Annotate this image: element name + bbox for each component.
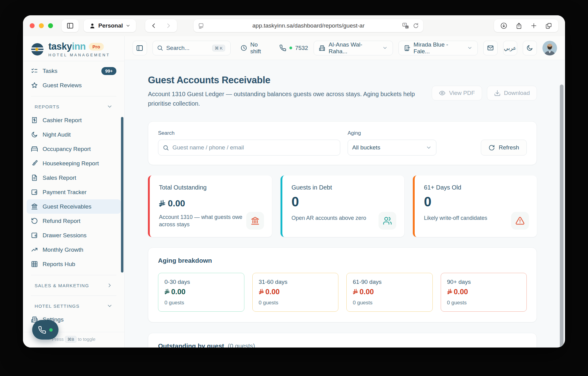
sidebar-item-guest-receivables[interactable]: Guest Receivables bbox=[27, 199, 121, 214]
phone-icon bbox=[279, 44, 286, 51]
bucket-31-60: 31-60 days 0.00 0 guests bbox=[252, 273, 339, 312]
brand-tagline: HOTEL MANAGEMENT bbox=[48, 53, 110, 57]
section-sales-marketing[interactable]: SALES & MARKETING bbox=[27, 279, 121, 292]
close-window-button[interactable] bbox=[30, 23, 35, 28]
mail-icon bbox=[487, 44, 494, 51]
brand: taskyinn Pro HOTEL MANAGEMENT bbox=[23, 36, 124, 61]
section-hotel-settings[interactable]: HOTEL SETTINGS bbox=[27, 299, 121, 312]
page-subtitle: Account 1310 Guest Ledger — outstanding … bbox=[148, 89, 432, 108]
wallet-icon bbox=[31, 189, 38, 196]
sidebar-item-tasks[interactable]: Tasks 99+ bbox=[27, 64, 121, 78]
brand-name: taskyinn bbox=[48, 41, 86, 52]
sidebar-item-housekeeping-report[interactable]: Housekeeping Report bbox=[27, 156, 121, 171]
aging-breakdown-panel: Aging breakdown 0-30 days 0.00 0 guests … bbox=[148, 247, 537, 322]
view-pdf-button[interactable]: View PDF bbox=[432, 86, 482, 100]
back-icon[interactable] bbox=[150, 22, 157, 29]
download-button[interactable]: Download bbox=[487, 86, 537, 100]
shortcut-key: ⌘B bbox=[65, 336, 77, 343]
new-tab-icon[interactable] bbox=[530, 22, 537, 29]
history-nav bbox=[145, 19, 177, 32]
bucket-90-plus: 90+ days 0.00 0 guests bbox=[441, 273, 527, 312]
saudi-riyal-icon bbox=[164, 289, 170, 295]
dark-mode-button[interactable] bbox=[523, 41, 537, 55]
sidebar-item-payment-tracker[interactable]: Payment Tracker bbox=[27, 185, 121, 199]
bank-icon bbox=[251, 216, 260, 225]
wallet-icon bbox=[31, 232, 38, 239]
divider bbox=[31, 96, 116, 96]
address-bar[interactable]: app.taskyinn.sa/dashboard/reports/guest-… bbox=[194, 19, 423, 32]
search-icon bbox=[163, 145, 169, 151]
page-content: Guest Accounts Receivable Account 1310 G… bbox=[125, 60, 565, 348]
sidebar-item-sales-report[interactable]: Sales Report bbox=[27, 171, 121, 185]
rotate-ccw-icon bbox=[31, 217, 38, 224]
browser-actions bbox=[494, 19, 558, 32]
aging-select[interactable]: All buckets bbox=[348, 140, 436, 156]
sidebar-item-guest-reviews[interactable]: Guest Reviews bbox=[27, 78, 121, 92]
divider bbox=[31, 275, 116, 275]
bucket-0-30: 0-30 days 0.00 0 guests bbox=[158, 273, 244, 312]
forward-icon[interactable] bbox=[165, 22, 172, 29]
online-dot bbox=[49, 328, 53, 332]
browser-sidebar-toggle[interactable] bbox=[62, 19, 79, 32]
sidebar-item-drawer-sessions[interactable]: Drawer Sessions bbox=[27, 228, 121, 243]
sidebar-item-cashier-report[interactable]: Cashier Report bbox=[27, 113, 121, 127]
sidebar-item-refund-report[interactable]: Refund Report bbox=[27, 214, 121, 228]
download-icon bbox=[494, 90, 501, 96]
search-shortcut: ⌘ K bbox=[212, 45, 225, 51]
person-icon bbox=[89, 23, 96, 29]
card-61-days-old: 61+ Days Old 0 Likely write-off candidat… bbox=[413, 175, 537, 237]
divider bbox=[31, 295, 116, 296]
guest-search-field[interactable] bbox=[158, 140, 340, 156]
share-icon[interactable] bbox=[515, 22, 522, 29]
filter-panel: Search Aging All buckets bbox=[148, 121, 537, 165]
chevron-down-icon bbox=[382, 45, 388, 51]
shift-status[interactable]: No shift bbox=[240, 41, 270, 55]
aging-label: Aging bbox=[348, 130, 436, 136]
property-group-select[interactable]: Al-Anas Wal-Raha... bbox=[314, 41, 393, 55]
global-search[interactable]: Search... ⌘ K bbox=[153, 41, 231, 55]
tasks-count-badge: 99+ bbox=[101, 67, 116, 75]
hotel-icon bbox=[404, 45, 410, 51]
page-scrollbar[interactable] bbox=[560, 85, 564, 348]
property-select[interactable]: Mirada Blue - Fale... bbox=[398, 41, 478, 55]
grid-icon bbox=[31, 261, 38, 268]
sidebar-item-reports-hub[interactable]: Reports Hub bbox=[27, 257, 121, 271]
sidebar-item-monthly-growth[interactable]: Monthly Growth bbox=[27, 243, 121, 257]
zoom-window-button[interactable] bbox=[48, 23, 53, 28]
minimize-window-button[interactable] bbox=[39, 23, 44, 28]
sidebar-item-occupancy-report[interactable]: Occupancy Report bbox=[27, 142, 121, 156]
refresh-button[interactable]: Refresh bbox=[481, 140, 527, 156]
online-dot bbox=[289, 47, 292, 49]
section-reports[interactable]: REPORTS bbox=[27, 100, 121, 113]
user-avatar[interactable] bbox=[542, 41, 557, 55]
outstanding-count: (0 guests) bbox=[228, 343, 255, 348]
downloads-icon[interactable] bbox=[500, 22, 507, 29]
messages-button[interactable] bbox=[483, 41, 497, 55]
phone-fab-button[interactable] bbox=[32, 320, 58, 340]
chevron-down-icon bbox=[107, 103, 113, 110]
language-toggle-button[interactable]: عربي bbox=[503, 41, 517, 55]
sidebar-item-night-audit[interactable]: Night Audit bbox=[27, 127, 121, 142]
warning-icon bbox=[515, 216, 525, 225]
guest-search-input[interactable] bbox=[172, 144, 336, 151]
sidebar-scrollbar[interactable] bbox=[121, 117, 123, 273]
trending-up-icon bbox=[31, 246, 38, 253]
card-total-outstanding: Total Outstanding 0.00 Account 1310 — wh… bbox=[148, 175, 272, 237]
app-sidebar-toggle[interactable] bbox=[133, 41, 147, 55]
search-label: Search bbox=[158, 130, 340, 136]
profile-menu[interactable]: Personal bbox=[84, 19, 136, 32]
building-icon bbox=[319, 45, 325, 51]
outstanding-title: Outstanding by guest bbox=[158, 342, 224, 348]
saudi-riyal-icon bbox=[447, 289, 452, 295]
app-toolbar: Search... ⌘ K No shift 7532 Al-Anas Wal-… bbox=[125, 36, 565, 60]
page-title: Guest Accounts Receivable bbox=[148, 75, 432, 86]
star-icon bbox=[31, 82, 38, 89]
file-text-icon bbox=[31, 174, 38, 181]
tab-overview-icon[interactable] bbox=[545, 22, 552, 29]
phone-icon bbox=[38, 326, 46, 334]
brush-icon bbox=[31, 160, 38, 167]
url-text: app.taskyinn.sa/dashboard/reports/guest-… bbox=[194, 22, 423, 29]
phone-extension[interactable]: 7532 bbox=[279, 44, 308, 51]
moon-icon bbox=[526, 44, 533, 51]
aging-breakdown-title: Aging breakdown bbox=[158, 257, 527, 264]
